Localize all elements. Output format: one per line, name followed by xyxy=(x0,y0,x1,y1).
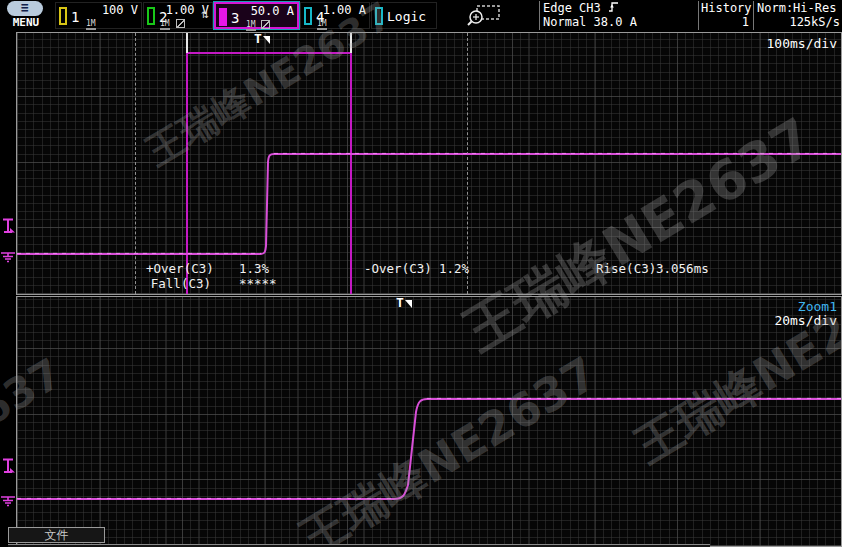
rising-edge-icon xyxy=(608,1,619,13)
toolbar-divider xyxy=(698,1,699,30)
channel-1-scale: 100 V xyxy=(102,3,138,17)
ch3-waveform-zoom xyxy=(17,297,841,546)
measurement-value: 3.056ms xyxy=(656,261,709,276)
zoom-waveform-window: Zoom1 20ms/div T xyxy=(16,296,842,547)
measurement-value: 1.3% xyxy=(239,261,269,276)
impedance-icon: 1M xyxy=(317,19,327,30)
channel-4-color-indicator xyxy=(304,7,312,25)
measurement-label: Rise(C3) xyxy=(596,261,656,276)
measurement-value: 1.2% xyxy=(439,261,469,276)
toolbar-divider xyxy=(539,1,540,30)
main-waveform-window: T 100ms/div +Over(C3) 1.3% Fall(C3) ****… xyxy=(16,32,842,295)
trigger-settings[interactable]: Edge CH3 Normal 38.0 A xyxy=(543,1,637,29)
channel-3-button[interactable]: 3 50.0 A 1M xyxy=(214,2,299,29)
trigger-mode-level: Normal 38.0 A xyxy=(543,15,637,29)
channel-1-number: 1 xyxy=(71,9,79,25)
zoom-search-button[interactable] xyxy=(466,4,502,28)
probe-attenuation-icon xyxy=(176,19,185,28)
ch3-waveform-main xyxy=(17,33,841,294)
channel-4-button[interactable]: 4 1.00 A 1M xyxy=(300,2,370,29)
ch3-ground-level-icon[interactable] xyxy=(1,246,16,263)
measurement-label: +Over(C3) xyxy=(146,261,214,276)
channel-1-color-indicator xyxy=(59,7,67,25)
menu-icon: ≡ xyxy=(7,1,43,16)
channel-1-button[interactable]: 1 100 V 1M xyxy=(55,2,142,29)
ch3-zoom-trigger-level-icon[interactable] xyxy=(1,458,16,475)
impedance-icon: 1M xyxy=(86,19,96,30)
channel-3-color-indicator xyxy=(219,8,227,26)
impedance-icon: 1M xyxy=(160,19,170,30)
measurement-value: ***** xyxy=(239,276,277,291)
zoom-search-icon xyxy=(466,4,502,28)
menu-button[interactable]: ≡ MENU xyxy=(4,1,48,29)
channel-4-scale: 1.00 A xyxy=(323,3,366,17)
file-menu-button[interactable]: 文件 xyxy=(8,527,105,543)
offset-position-icon: ⇅ xyxy=(201,7,208,21)
history-box[interactable]: History 1 xyxy=(701,1,749,29)
menu-label: MENU xyxy=(4,16,48,29)
measurement-label: Fall(C3) xyxy=(146,276,211,291)
oscilloscope-screen: ≡ MENU 1 100 V 1M 2 1.00 V 1M ⇅ 3 50.0 A… xyxy=(0,0,842,547)
trigger-type: Edge CH3 xyxy=(543,1,601,15)
acquisition-box[interactable]: Norm:Hi-Res 125kS/s xyxy=(757,1,840,29)
measurement-label: -Over(C3) xyxy=(364,261,432,276)
logic-button[interactable]: Logic xyxy=(371,2,437,29)
toolbar-divider xyxy=(753,1,754,30)
ch3-trigger-level-icon[interactable] xyxy=(1,218,16,235)
probe-attenuation-icon xyxy=(261,20,270,29)
channel-3-number: 3 xyxy=(231,10,239,26)
acquisition-mode: Norm:Hi-Res xyxy=(757,1,840,15)
toolbar: ≡ MENU 1 100 V 1M 2 1.00 V 1M ⇅ 3 50.0 A… xyxy=(0,0,842,31)
history-label: History xyxy=(701,1,749,15)
logic-color-indicator xyxy=(375,7,383,25)
ch3-zoom-ground-level-icon[interactable] xyxy=(1,490,16,507)
sample-rate: 125kS/s xyxy=(757,15,840,29)
impedance-icon: 1M xyxy=(246,20,256,31)
logic-label: Logic xyxy=(387,9,426,24)
channel-2-color-indicator xyxy=(147,7,155,25)
history-value: 1 xyxy=(701,15,749,29)
channel-3-scale: 50.0 A xyxy=(251,4,294,18)
